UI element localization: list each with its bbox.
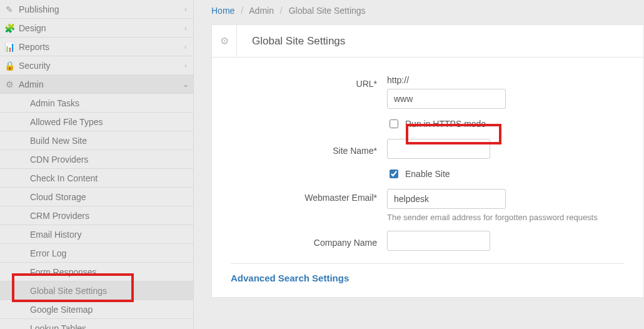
chevron-left-icon: ‹ [178,24,193,33]
chevron-left-icon: ‹ [178,61,193,70]
sidebar-item-allowed-file-types[interactable]: Allowed File Types [0,113,193,131]
breadcrumb-sep: / [276,6,286,16]
advanced-search-link[interactable]: Advanced Search Settings [231,273,349,283]
gear-icon: ⚙ [0,79,19,89]
breadcrumb-home[interactable]: Home [211,6,234,16]
url-protocol-text: http:// [387,75,625,85]
panel-header: ⚙ Global Site Settings [211,24,644,58]
url-label: URL* [231,75,387,89]
sidebar-item-global-site-settings[interactable]: Global Site Settings [0,281,193,300]
bar-chart-icon: 📊 [0,42,19,52]
sidebar-item-cloud-storage[interactable]: Cloud Storage [0,188,193,206]
sidebar-section-reports[interactable]: 📊Reports‹ [0,38,193,56]
advanced-search-section: Advanced Search Settings [231,263,625,288]
chevron-left-icon: ‹ [178,5,193,14]
company-label: Company Name [231,234,387,248]
https-checkbox[interactable] [390,119,398,128]
company-input[interactable] [387,231,490,251]
chevron-down-icon: ⌄ [178,80,193,89]
gear-icon[interactable]: ⚙ [212,25,237,57]
enable-site-label: Enable Site [405,169,450,179]
sidebar-section-label: Reports [19,42,178,52]
lock-icon: 🔒 [0,61,19,71]
page-title: Global Site Settings [237,35,345,48]
sidebar-item-form-responses[interactable]: Form Responses [0,263,193,281]
sidebar-item-build-new-site[interactable]: Build New Site [0,131,193,150]
puzzle-icon: 🧩 [0,23,19,33]
sidebar-section-label: Admin [19,79,178,89]
sidebar-item-cdn-providers[interactable]: CDN Providers [0,150,193,169]
sidebar-section-label: Publishing [19,4,178,14]
pencil-icon: ✎ [0,4,19,14]
sidebar-section-label: Security [19,61,178,71]
sidebar-item-error-log[interactable]: Error Log [0,244,193,263]
email-input[interactable] [387,189,506,209]
https-checkbox-label: Run in HTTPS mode [405,119,486,129]
sidebar-item-admin-tasks[interactable]: Admin Tasks [0,94,193,113]
sidebar-item-check-in-content[interactable]: Check In Content [0,169,193,188]
breadcrumb-sep: / [237,6,247,16]
enable-site-row[interactable]: Enable Site [387,168,625,180]
sidebar-section-publishing[interactable]: ✎Publishing‹ [0,0,193,19]
breadcrumb: Home / Admin / Global Site Settings [194,0,644,24]
breadcrumb-admin: Admin [249,6,274,16]
sidebar-item-lookup-tables[interactable]: Lookup Tables [0,319,193,329]
https-checkbox-row[interactable]: Run in HTTPS mode [387,118,625,130]
email-label: Webmaster Email* [231,189,387,203]
sitename-label: Site Name* [231,142,387,156]
sidebar-item-crm-providers[interactable]: CRM Providers [0,206,193,225]
chevron-left-icon: ‹ [178,43,193,51]
sitename-input[interactable] [387,139,490,159]
sidebar: ✎Publishing‹🧩Design‹📊Reports‹🔒Security‹⚙… [0,0,194,329]
email-note: The sender email address for forgotten p… [387,213,625,222]
breadcrumb-current: Global Site Settings [289,6,366,16]
sidebar-section-label: Design [19,23,178,33]
sidebar-section-security[interactable]: 🔒Security‹ [0,56,193,75]
sidebar-section-admin[interactable]: ⚙Admin⌄ [0,75,193,94]
panel-body: URL* http:// Run in HTTPS mode [211,58,644,298]
content-area: Home / Admin / Global Site Settings ⚙ Gl… [194,0,644,329]
enable-site-checkbox[interactable] [390,170,398,178]
sidebar-section-design[interactable]: 🧩Design‹ [0,19,193,38]
sidebar-item-google-sitemap[interactable]: Google Sitemap [0,300,193,319]
url-input[interactable] [387,89,506,109]
sidebar-item-email-history[interactable]: Email History [0,225,193,244]
